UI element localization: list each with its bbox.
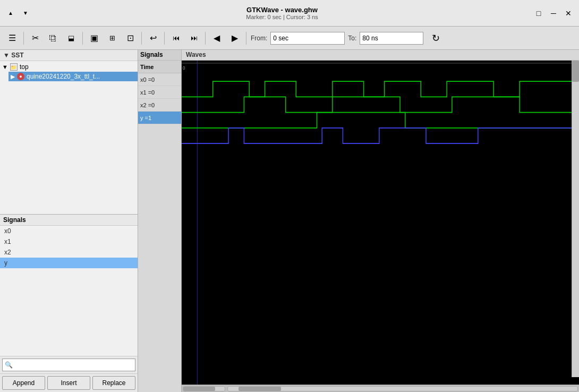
wave-canvas[interactable]: 0	[182, 61, 579, 385]
sst-panel: ▼ SST ▼ 📁 top ▶ ● quine20241220_3x_ttl_t…	[0, 50, 138, 215]
signal-list[interactable]: x0 x1 x2 y	[0, 226, 138, 356]
append-button[interactable]: Append	[2, 376, 45, 390]
signal-header: Signals	[0, 215, 138, 226]
sst-item-top[interactable]: ▼ 📁 top	[0, 62, 138, 72]
signal-item-y[interactable]: y	[0, 258, 138, 268]
signal-item-x0[interactable]: x0	[0, 226, 138, 236]
to-input[interactable]	[360, 32, 423, 45]
close-button[interactable]: ✕	[562, 7, 575, 20]
waves-col-header: Waves	[182, 50, 579, 61]
select-rect-button[interactable]: ⊞	[104, 30, 120, 46]
minimize-button[interactable]: ─	[547, 7, 560, 20]
toolbar-separator-4	[164, 32, 165, 45]
v-scrollbar-track[interactable]	[572, 61, 579, 377]
signal-row-x1: x1 =0	[138, 86, 181, 99]
signal-item-x2[interactable]: x2	[0, 247, 138, 258]
signals-column: Signals Time x0 =0 x1 =0 x2 =0	[138, 50, 182, 392]
select-all-button[interactable]: ▣	[86, 30, 102, 46]
toolbar-separator-6	[246, 32, 246, 45]
h-scrollbar-thumb-left[interactable]	[183, 387, 215, 391]
title-bar: ▲ ▼ GTKWave - wave.ghw Marker: 0 sec | C…	[0, 0, 579, 27]
signal-x1-label: x1 =0	[140, 89, 155, 96]
waves-area: Waves 0	[182, 50, 579, 392]
menu-button[interactable]: ☰	[4, 30, 20, 46]
copy-button[interactable]: ⿻	[45, 30, 61, 46]
sst-item-quine[interactable]: ▶ ● quine20241220_3x_ttl_t...	[8, 72, 138, 81]
toolbar-separator-2	[82, 32, 83, 45]
search-icon: 🔍	[5, 361, 13, 369]
sst-collapse-icon[interactable]: ▼	[3, 52, 10, 59]
signal-row-x0: x0 =0	[138, 73, 181, 86]
sst-label: SST	[11, 52, 23, 59]
sst-module-icon-top: 📁	[10, 63, 18, 71]
left-panel: ▼ SST ▼ 📁 top ▶ ● quine20241220_3x_ttl_t…	[0, 50, 138, 392]
wave-main: Signals Time x0 =0 x1 =0 x2 =0	[138, 50, 579, 392]
sst-component-icon-quine: ●	[17, 73, 24, 80]
next-button[interactable]: ▶	[227, 30, 243, 46]
svg-text:0: 0	[183, 65, 185, 71]
signal-search-box[interactable]: 🔍	[2, 359, 135, 371]
sst-expand-icon-top: ▼	[2, 64, 8, 70]
signals-waves-body: Signals Time x0 =0 x1 =0 x2 =0	[138, 50, 579, 392]
signals-col-header: Signals	[138, 50, 181, 61]
signal-search-area: 🔍	[0, 356, 138, 373]
toolbar-separator-3	[141, 32, 142, 45]
signal-buttons: Append Insert Replace	[0, 373, 138, 392]
signal-item-x1[interactable]: x1	[0, 236, 138, 247]
signal-search-input[interactable]	[15, 361, 133, 369]
prev-button[interactable]: ◀	[209, 30, 225, 46]
title-bar-center: GTKWave - wave.ghw Marker: 0 sec | Curso…	[32, 6, 532, 20]
sst-tree: ▼ 📁 top ▶ ● quine20241220_3x_ttl_t...	[0, 61, 138, 214]
zoom-fit-button[interactable]: ⊡	[122, 30, 138, 46]
signal-time-label: Time	[140, 64, 154, 70]
cut-button[interactable]: ✂	[27, 30, 43, 46]
v-scrollbar-thumb[interactable]	[572, 61, 579, 82]
title-bar-left: ▲ ▼	[4, 7, 32, 20]
toolbar-separator-5	[205, 32, 206, 45]
replace-button[interactable]: Replace	[92, 376, 135, 390]
main-area: ▼ SST ▼ 📁 top ▶ ● quine20241220_3x_ttl_t…	[0, 50, 579, 392]
to-label: To:	[348, 35, 356, 42]
signal-row-y: y =1	[138, 112, 181, 124]
sst-expand-icon-quine: ▶	[11, 73, 15, 80]
signal-panel: Signals x0 x1 x2 y 🔍 Append Insert Repla…	[0, 215, 138, 392]
sst-label-quine: quine20241220_3x_ttl_t...	[27, 73, 100, 80]
signal-x0-label: x0 =0	[140, 76, 155, 83]
horizontal-scrollbar[interactable]	[182, 385, 579, 392]
insert-button[interactable]: Insert	[47, 376, 90, 390]
signal-x2-label: x2 =0	[140, 102, 155, 108]
jump-end-button[interactable]: ⏭	[186, 30, 202, 46]
sst-header: ▼ SST	[0, 50, 138, 61]
from-label: From:	[251, 35, 267, 42]
signal-row-x2: x2 =0	[138, 99, 181, 112]
sst-label-top: top	[20, 63, 29, 71]
from-input[interactable]	[270, 32, 345, 45]
signal-row-time: Time	[138, 61, 181, 73]
undo-button[interactable]: ↩	[145, 30, 161, 46]
h-scrollbar-thumb-main[interactable]	[239, 387, 281, 391]
toolbar: ☰ ✂ ⿻ ⬓ ▣ ⊞ ⊡ ↩ ⏮ ⏭ ◀ ▶ From: To: ↻	[0, 27, 579, 50]
title-bar-controls: □ ─ ✕	[532, 7, 575, 20]
refresh-button[interactable]: ↻	[428, 30, 444, 46]
arrow-down-button[interactable]: ▼	[19, 7, 32, 20]
arrow-up-button[interactable]: ▲	[4, 7, 17, 20]
h-scrollbar-track-left[interactable]	[183, 386, 225, 391]
paste-button[interactable]: ⬓	[63, 30, 79, 46]
vertical-scrollbar[interactable]	[572, 61, 579, 377]
waveform-svg: 0	[182, 61, 572, 385]
toolbar-separator-1	[23, 32, 24, 45]
window-subtitle: Marker: 0 sec | Cursor: 3 ns	[32, 14, 532, 20]
h-scrollbar-track-main[interactable]	[227, 386, 578, 391]
restore-button[interactable]: □	[532, 7, 545, 20]
window-title: GTKWave - wave.ghw	[32, 6, 532, 14]
signal-y-label: y =1	[140, 115, 151, 121]
jump-start-button[interactable]: ⏮	[168, 30, 184, 46]
